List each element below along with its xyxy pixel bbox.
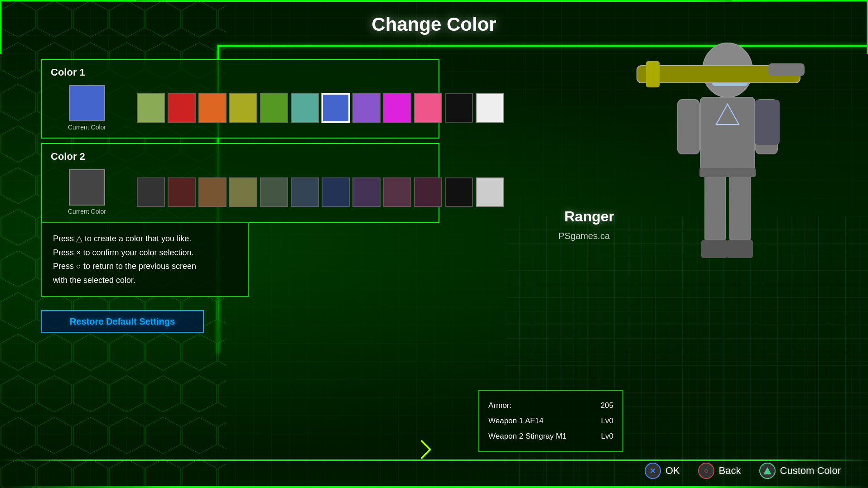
instructions-text: Press △ to create a color that you like.…	[53, 232, 237, 287]
color1-swatch-4[interactable]	[260, 93, 288, 123]
color2-swatch-11[interactable]	[476, 177, 504, 207]
color1-section: Color 1 Current Color	[41, 59, 439, 139]
character-info-panel: Armor: 205 Weapon 1 AF14 Lv0 Weapon 2 St…	[478, 390, 623, 452]
weapon2-level: Lv0	[601, 429, 613, 444]
custom-color-button[interactable]: Custom Color	[759, 463, 841, 479]
color1-current-container: Current Color	[51, 85, 123, 131]
o-button-icon: ○	[698, 463, 714, 479]
color1-row: Current Color	[51, 85, 429, 131]
back-label: Back	[719, 465, 741, 477]
weapon1-level: Lv0	[601, 413, 613, 429]
bottom-green-bar	[0, 459, 868, 461]
color2-swatch-2[interactable]	[198, 177, 227, 207]
color1-swatch-9[interactable]	[414, 93, 442, 123]
svg-rect-13	[755, 100, 780, 145]
weapon1-label: Weapon 1 AF14	[488, 413, 544, 429]
weapon1-row: Weapon 1 AF14 Lv0	[488, 413, 613, 429]
color2-swatch-5[interactable]	[291, 177, 319, 207]
color2-section: Color 2 Current Color	[41, 143, 439, 223]
ok-label: OK	[665, 465, 680, 477]
color2-title: Color 2	[51, 151, 429, 163]
color1-swatch-2[interactable]	[198, 93, 227, 123]
ok-button[interactable]: ✕ OK	[645, 463, 680, 479]
character-svg	[596, 25, 823, 364]
instructions-box: Press △ to create a color that you like.…	[41, 222, 249, 297]
corner-accent-top-left	[0, 0, 136, 54]
color2-swatch-6[interactable]	[322, 177, 350, 207]
weapon2-label: Weapon 2 Stingray M1	[488, 429, 567, 444]
armor-row: Armor: 205	[488, 398, 613, 413]
custom-color-label: Custom Color	[780, 465, 841, 477]
triangle-button-icon	[759, 463, 776, 479]
color2-swatch-4[interactable]	[260, 177, 288, 207]
character-name: Ranger	[564, 208, 614, 225]
svg-rect-11	[701, 240, 728, 258]
color2-swatch-7[interactable]	[352, 177, 381, 207]
svg-rect-8	[768, 63, 805, 76]
bottom-border-bar	[0, 486, 868, 488]
color1-swatch-8[interactable]	[383, 93, 411, 123]
weapon2-row: Weapon 2 Stingray M1 Lv0	[488, 429, 613, 444]
watermark-text: PSgames.ca	[559, 231, 610, 241]
color2-current-label: Current Color	[68, 208, 106, 215]
color1-palette[interactable]	[137, 93, 504, 123]
restore-button-label: Restore Default Settings	[70, 316, 175, 327]
color2-swatch-1[interactable]	[168, 177, 196, 207]
color2-swatch-10[interactable]	[445, 177, 473, 207]
svg-rect-7	[646, 61, 660, 87]
color1-swatch-11[interactable]	[476, 93, 504, 123]
color1-swatch-10[interactable]	[445, 93, 473, 123]
color2-row: Current Color	[51, 169, 429, 215]
color2-palette[interactable]	[137, 177, 504, 207]
color1-title: Color 1	[51, 67, 429, 78]
back-button[interactable]: ○ Back	[698, 463, 741, 479]
bottom-action-bar: ✕ OK ○ Back Custom Color	[645, 463, 841, 479]
armor-value: 205	[601, 398, 613, 413]
instruction-line3: Press ○ to return to the previous screen	[53, 262, 196, 271]
svg-rect-12	[727, 240, 753, 258]
color1-swatch-7[interactable]	[352, 93, 381, 123]
svg-rect-2	[700, 97, 755, 170]
color2-current-container: Current Color	[51, 169, 123, 215]
color2-swatch-8[interactable]	[383, 177, 411, 207]
color2-swatch-3[interactable]	[229, 177, 257, 207]
instruction-line1: Press △ to create a color that you like.	[53, 234, 191, 243]
color1-swatch-1[interactable]	[168, 93, 196, 123]
color1-swatch-5[interactable]	[291, 93, 319, 123]
color2-swatch-9[interactable]	[414, 177, 442, 207]
instruction-line2: Press × to confirm your color selection.	[53, 248, 194, 257]
character-display	[574, 14, 845, 376]
svg-rect-4	[678, 100, 699, 154]
color1-swatch-3[interactable]	[229, 93, 257, 123]
color2-current-swatch	[69, 169, 105, 206]
x-button-icon: ✕	[645, 463, 661, 479]
color1-swatch-6[interactable]	[322, 93, 350, 123]
color1-swatch-0[interactable]	[137, 93, 165, 123]
color2-swatch-0[interactable]	[137, 177, 165, 207]
svg-rect-9	[705, 170, 725, 242]
main-panel: Color 1 Current Color Color 2 Current Co…	[41, 59, 439, 227]
color1-current-label: Current Color	[68, 124, 106, 131]
svg-rect-14	[699, 168, 756, 177]
svg-rect-10	[730, 170, 750, 242]
page-title: Change Color	[371, 14, 496, 35]
instruction-line4: with the selected color.	[53, 276, 135, 285]
restore-default-button[interactable]: Restore Default Settings	[41, 310, 204, 333]
color1-current-swatch	[69, 85, 105, 121]
armor-label: Armor:	[488, 398, 511, 413]
